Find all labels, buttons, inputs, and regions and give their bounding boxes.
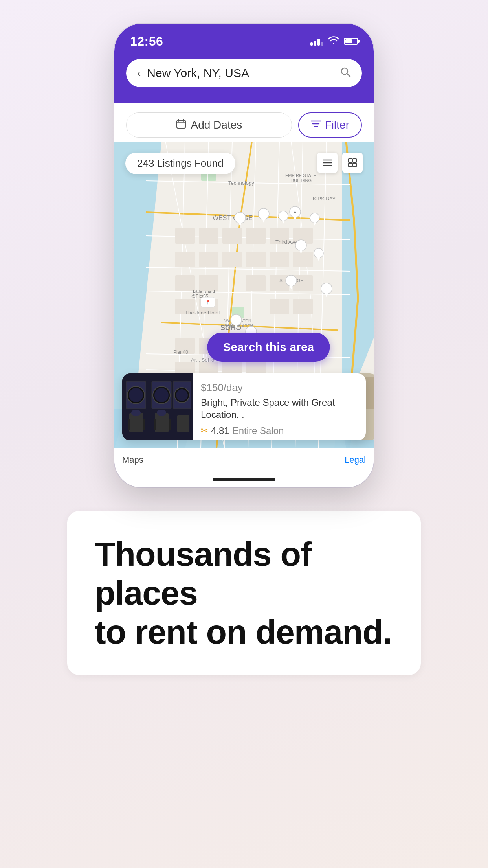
listing-info: $150/day Bright, Private Space with Grea… xyxy=(193,373,366,440)
wifi-icon xyxy=(328,36,339,47)
svg-rect-114 xyxy=(353,159,356,162)
svg-point-95 xyxy=(286,275,297,286)
svg-point-93 xyxy=(295,240,306,251)
search-area-button[interactable]: Search this area xyxy=(207,333,330,362)
map-view-controls xyxy=(317,153,363,173)
svg-line-1 xyxy=(347,74,350,77)
svg-rect-2 xyxy=(177,120,185,128)
svg-rect-115 xyxy=(349,163,352,167)
svg-point-120 xyxy=(129,388,143,402)
list-view-button[interactable] xyxy=(317,153,338,173)
svg-rect-129 xyxy=(143,419,145,430)
svg-rect-35 xyxy=(222,252,242,267)
svg-point-134 xyxy=(131,410,141,416)
svg-rect-30 xyxy=(246,228,266,244)
svg-text:EMPIRE STATE: EMPIRE STATE xyxy=(285,173,316,178)
svg-point-87 xyxy=(235,212,246,223)
add-dates-button[interactable]: Add Dates xyxy=(126,112,292,138)
svg-text:Little Island: Little Island xyxy=(193,289,215,294)
svg-rect-27 xyxy=(175,228,195,244)
svg-rect-33 xyxy=(175,252,195,267)
grid-view-button[interactable] xyxy=(342,153,363,173)
phone-mockup: 12:56 ‹ New York, NY xyxy=(114,24,374,487)
home-bar xyxy=(213,478,275,481)
headline-line2: to rent on demand. xyxy=(95,612,393,651)
header-area: ‹ New York, NY, USA xyxy=(114,55,374,103)
svg-rect-113 xyxy=(349,159,352,162)
legal-link[interactable]: Legal xyxy=(345,455,366,465)
svg-rect-43 xyxy=(246,275,266,291)
battery-icon xyxy=(344,38,358,45)
listings-count-text: 243 Listings Found xyxy=(137,157,224,169)
svg-rect-38 xyxy=(293,252,313,267)
search-location-text: New York, NY, USA xyxy=(147,66,334,80)
svg-text:A: A xyxy=(294,210,296,214)
add-dates-label: Add Dates xyxy=(191,119,242,131)
svg-rect-39 xyxy=(175,275,195,291)
calendar-icon xyxy=(176,119,186,131)
listing-image xyxy=(122,373,193,440)
listing-card[interactable]: $150/day Bright, Private Space with Grea… xyxy=(122,373,366,440)
listing-title: Bright, Private Space with Great Locatio… xyxy=(201,396,358,421)
svg-point-126 xyxy=(176,389,188,401)
svg-text:Technology: Technology xyxy=(228,180,254,186)
svg-text:Ar... SoHo: Ar... SoHo xyxy=(191,357,214,363)
status-time: 12:56 xyxy=(130,34,163,49)
filter-icon xyxy=(311,120,321,131)
map-container[interactable]: WEST VIL GE SOHO TRIBECA CHINATOWN LO ER… xyxy=(114,142,374,448)
svg-rect-132 xyxy=(169,419,171,430)
filter-label: Filter xyxy=(325,119,349,131)
svg-point-123 xyxy=(154,388,169,402)
apple-maps-logo: Maps xyxy=(122,455,143,465)
headline-line1: Thousands of places xyxy=(95,535,393,612)
svg-rect-29 xyxy=(222,228,242,244)
svg-rect-131 xyxy=(154,419,156,430)
search-bar[interactable]: ‹ New York, NY, USA xyxy=(126,59,362,87)
svg-text:📍: 📍 xyxy=(205,299,211,305)
svg-rect-128 xyxy=(128,419,130,430)
listing-rating: 4.81 xyxy=(211,425,229,436)
svg-text:Pier 40: Pier 40 xyxy=(173,349,188,355)
svg-rect-116 xyxy=(353,163,356,167)
svg-rect-47 xyxy=(270,299,289,314)
maps-footer: Maps Legal xyxy=(114,448,374,472)
svg-point-96 xyxy=(321,283,332,294)
rating-icon: ✂ xyxy=(201,426,208,436)
bottom-text-section: Thousands of places to rent on demand. xyxy=(67,511,421,675)
svg-point-89 xyxy=(279,211,288,221)
signal-bar-1 xyxy=(310,42,313,46)
listing-type: Entire Salon xyxy=(233,425,284,436)
back-button[interactable]: ‹ xyxy=(137,67,141,79)
signal-bar-2 xyxy=(314,41,316,46)
svg-rect-40 xyxy=(199,275,218,291)
signal-bar-3 xyxy=(317,39,320,46)
status-icons xyxy=(310,36,358,47)
svg-text:KIPS BAY: KIPS BAY xyxy=(313,196,336,202)
svg-text:The Jane Hotel: The Jane Hotel xyxy=(185,310,220,316)
headline-text: Thousands of places to rent on demand. xyxy=(95,535,393,651)
filters-row: Add Dates Filter xyxy=(114,103,374,142)
svg-text:BUILDING: BUILDING xyxy=(291,178,312,183)
svg-point-135 xyxy=(157,410,166,416)
listing-price-unit: /day xyxy=(224,382,243,394)
home-indicator xyxy=(114,472,374,487)
svg-rect-133 xyxy=(177,415,189,432)
svg-text:WEST VIL GE: WEST VIL GE xyxy=(213,215,252,221)
signal-bars-icon xyxy=(310,37,323,46)
filter-button[interactable]: Filter xyxy=(298,112,362,138)
svg-rect-37 xyxy=(270,252,289,267)
svg-rect-34 xyxy=(199,252,218,267)
battery-fill xyxy=(345,39,352,43)
listing-price: $150/day xyxy=(201,381,358,394)
svg-text:Third Ave: Third Ave xyxy=(275,239,297,245)
svg-point-88 xyxy=(258,208,269,219)
search-icon[interactable] xyxy=(340,66,351,80)
signal-bar-4 xyxy=(321,42,323,46)
status-bar: 12:56 xyxy=(114,24,374,55)
listings-count-badge: 243 Listings Found xyxy=(125,153,235,174)
listing-meta: ✂ 4.81 Entire Salon xyxy=(201,425,358,436)
apple-icon: Maps xyxy=(122,455,143,465)
svg-point-92 xyxy=(310,213,319,223)
svg-rect-36 xyxy=(246,252,266,267)
svg-point-94 xyxy=(314,248,323,258)
